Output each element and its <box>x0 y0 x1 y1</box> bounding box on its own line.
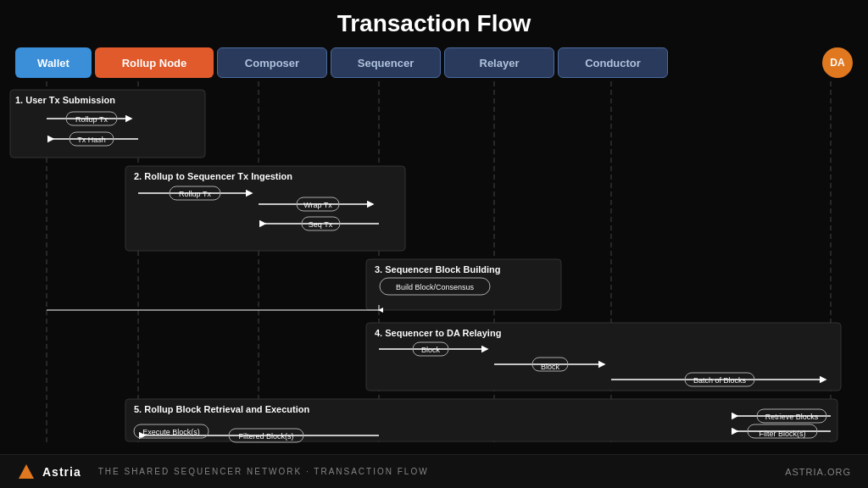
footer-logo: Astria <box>17 463 81 481</box>
lane-sequencer: Sequencer <box>331 47 441 78</box>
svg-text:Filtered Block(s): Filtered Block(s) <box>238 432 293 441</box>
svg-text:Seq Tx: Seq Tx <box>309 220 333 229</box>
footer: Astria THE SHARED SEQUENCER NETWORK · TR… <box>0 454 868 488</box>
svg-text:2.  Rollup to Sequencer Tx Ing: 2. Rollup to Sequencer Tx Ingestion <box>134 171 292 181</box>
lane-wallet: Wallet <box>15 47 92 78</box>
step1-label: 1. User Tx Submission <box>15 95 115 105</box>
svg-text:Block: Block <box>541 363 560 371</box>
footer-subtitle: THE SHARED SEQUENCER NETWORK · TRANSACTI… <box>98 467 429 476</box>
svg-text:4.  Sequencer to DA Relaying: 4. Sequencer to DA Relaying <box>375 328 501 338</box>
diagram-area: 1. User Tx Submission Rollup Tx Tx Hash … <box>0 81 868 446</box>
svg-text:Block: Block <box>421 346 441 354</box>
lane-conductor: Conductor <box>558 47 668 78</box>
svg-text:Batch of Blocks: Batch of Blocks <box>693 376 747 385</box>
footer-brand: Astria <box>42 465 81 479</box>
svg-marker-55 <box>19 464 34 479</box>
svg-text:Wrap Tx: Wrap Tx <box>303 201 332 209</box>
astria-logo-icon <box>17 463 36 481</box>
lane-composer: Composer <box>217 47 327 78</box>
lane-da: DA <box>822 47 853 78</box>
svg-text:3.  Sequencer Block Building: 3. Sequencer Block Building <box>375 264 501 274</box>
lanes-header: Wallet Rollup Node Composer Sequencer Re… <box>0 44 868 81</box>
svg-text:Retrieve Blocks: Retrieve Blocks <box>765 413 819 421</box>
svg-text:Rollup Tx: Rollup Tx <box>179 190 211 198</box>
svg-text:Execute Block(s): Execute Block(s) <box>142 428 200 436</box>
lane-rollup: Rollup Node <box>95 47 214 78</box>
lane-relayer: Relayer <box>444 47 554 78</box>
svg-text:Filter Block(s): Filter Block(s) <box>759 430 805 438</box>
svg-text:Rollup Tx: Rollup Tx <box>75 115 108 124</box>
svg-text:5.  Rollup Block Retrieval and: 5. Rollup Block Retrieval and Execution <box>134 404 309 414</box>
svg-text:Tx Hash: Tx Hash <box>77 136 106 144</box>
svg-text:Build Block/Consensus: Build Block/Consensus <box>396 283 475 291</box>
page-title: Transaction Flow <box>0 0 868 44</box>
footer-url: ASTRIA.ORG <box>785 467 851 477</box>
